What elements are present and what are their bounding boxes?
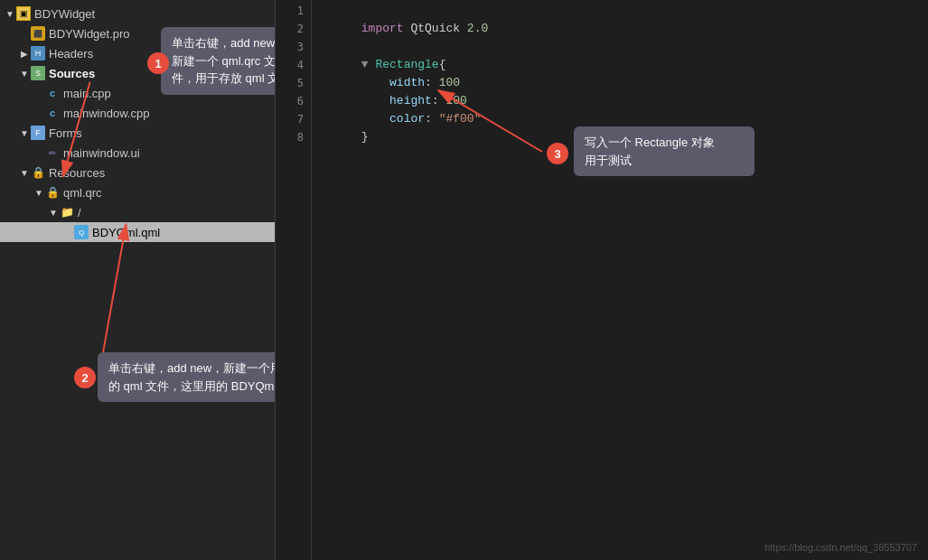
icon-bdyqml: Q (74, 225, 89, 239)
token-colon-1: : (425, 76, 439, 89)
token-indent-4 (361, 76, 389, 89)
label-mainwindow-ui: mainwindow.ui (63, 146, 140, 160)
tree-item-folder-slash[interactable]: 📁 / (0, 202, 275, 222)
tree-item-mainwindow-ui[interactable]: · ✏ mainwindow.ui (0, 143, 275, 163)
token-100-1: 100 (439, 76, 460, 89)
token-expand-arrow: ▼ (361, 58, 376, 71)
icon-qml-qrc: 🔒 (45, 185, 60, 200)
annotation-circle-3: 3 (547, 143, 568, 164)
token-import: import (361, 22, 404, 35)
line-num-7: 7 (276, 110, 311, 128)
annotation-circle-1: 1 (147, 52, 169, 74)
label-sources: Sources (49, 67, 95, 80)
tree-item-bdywidget[interactable]: ▣ BDYWidget (0, 4, 275, 23)
code-content[interactable]: import QtQuick 2.0 ▼ Rectangle{ width: 1… (312, 0, 928, 560)
token-indent-6 (361, 112, 389, 126)
arrow-forms (18, 128, 31, 138)
arrow-folder-slash (47, 208, 60, 218)
token-color-val: "#f00" (439, 112, 482, 126)
code-line-1: import QtQuick 2.0 (319, 2, 921, 20)
token-qtquick: QtQuick (404, 22, 467, 35)
icon-cpp: c (45, 86, 60, 100)
annotation-2-text: 单击右键，add new，新建一个用于测试 的 qml 文件，这里用的 BDYQ… (108, 361, 276, 393)
annotation-box-1: 单击右键，add new， 新建一个 qml.qrc 文 件，用于存放 qml … (161, 27, 276, 95)
tree-item-bdyqml[interactable]: · Q BDYQml.qml (0, 222, 275, 242)
label-bdyqml: BDYQml.qml (92, 226, 160, 239)
code-line-3: ▼ Rectangle{ (319, 38, 921, 56)
label-bdywidget: BDYWidget (34, 7, 95, 21)
line-numbers: 1 2 3 4 5 6 7 8 (276, 0, 312, 560)
annotation-3-text: 写入一个 Rectangle 对象 用于测试 (585, 135, 715, 167)
arrow-headers (18, 49, 31, 59)
line-num-3: 3 (276, 38, 311, 56)
tree-item-resources[interactable]: 🔒 Resources (0, 163, 275, 182)
code-editor-panel: 1 2 3 4 5 6 7 8 import QtQuick 2.0 ▼ Rec… (276, 0, 928, 560)
arrow-resources (18, 168, 31, 178)
token-height: height (389, 94, 432, 107)
icon-project: ▣ (16, 6, 31, 21)
annotation-1-text: 单击右键，add new， 新建一个 qml.qrc 文 件，用于存放 qml … (172, 36, 276, 85)
annotation-box-3: 写入一个 Rectangle 对象 用于测试 (574, 126, 755, 176)
line-num-5: 5 (276, 74, 311, 92)
arrow-bdywidget (4, 9, 16, 19)
icon-pro: ⬛ (31, 26, 45, 41)
label-main-cpp: main.cpp (63, 87, 111, 100)
tree-item-mainwindow-cpp[interactable]: · c mainwindow.cpp (0, 103, 275, 123)
label-pro: BDYWidget.pro (49, 27, 130, 41)
icon-mainwindow-ui: ✏ (45, 145, 60, 160)
icon-headers: H (31, 46, 45, 61)
label-headers: Headers (49, 47, 93, 61)
token-colon-2: : (432, 94, 446, 107)
line-num-2: 2 (276, 20, 311, 38)
label-mainwindow-cpp: mainwindow.cpp (63, 107, 149, 120)
label-resources: Resources (49, 166, 105, 180)
token-version: 2.0 (467, 22, 488, 35)
token-100-2: 100 (445, 94, 466, 107)
icon-folder-slash: 📁 (60, 205, 74, 219)
project-tree-panel: ▣ BDYWidget ▶ ⬛ BDYWidget.pro H Headers … (0, 0, 276, 560)
arrow-qml-qrc (33, 188, 45, 198)
label-folder-slash: / (78, 206, 81, 219)
token-brace-open: { (439, 58, 446, 71)
token-colon-3: : (425, 112, 439, 126)
label-forms: Forms (49, 126, 82, 140)
icon-forms: F (31, 126, 45, 140)
watermark: https://blog.csdn.net/qq_38553707 (764, 542, 917, 553)
icon-sources: S (31, 66, 45, 80)
token-brace-close: } (361, 130, 369, 144)
token-width: width (389, 76, 425, 89)
token-indent-5 (361, 94, 389, 107)
annotation-box-2: 单击右键，add new，新建一个用于测试 的 qml 文件，这里用的 BDYQ… (98, 352, 276, 402)
line-num-4: 4 (276, 56, 311, 74)
tree-item-qml-qrc[interactable]: 🔒 qml.qrc (0, 182, 275, 202)
tree-item-forms[interactable]: F Forms (0, 123, 275, 143)
annotation-circle-2: 2 (74, 367, 96, 388)
token-color: color (389, 112, 425, 126)
icon-resources: 🔒 (31, 165, 45, 180)
token-rectangle: Rectangle (375, 58, 438, 71)
line-num-8: 8 (276, 128, 311, 146)
icon-mainwindow-cpp: c (45, 106, 60, 120)
arrow-sources (18, 69, 31, 79)
label-qml-qrc: qml.qrc (63, 186, 102, 200)
line-num-1: 1 (276, 2, 311, 20)
line-num-6: 6 (276, 92, 311, 110)
